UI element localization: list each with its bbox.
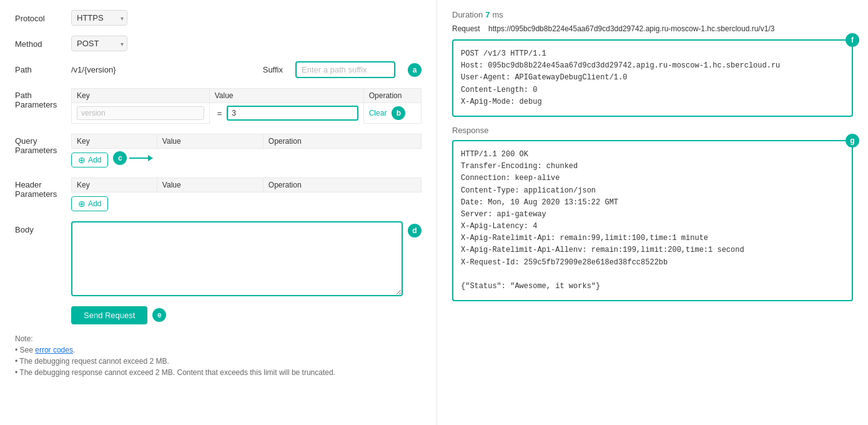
request-label: Request xyxy=(452,24,480,33)
protocol-content: HTTPS HTTP xyxy=(71,10,422,26)
left-panel: Protocol HTTPS HTTP Method POST GET PUT … xyxy=(0,0,437,425)
query-params-table: Key Value Operation xyxy=(71,134,422,149)
query-params-label: Query Parameters xyxy=(15,134,71,155)
badge-b: b xyxy=(392,106,405,120)
query-add-row: ⊕ Add c xyxy=(71,149,422,168)
send-spacer xyxy=(15,306,71,310)
note-3: • The debugging response cannot exceed 2… xyxy=(15,368,422,377)
note-title: Note: xyxy=(15,334,422,343)
path-param-key-cell xyxy=(72,103,210,124)
path-param-value-cell: = xyxy=(210,103,363,123)
path-inner-row: /v1/{version} Suffix a xyxy=(71,61,422,78)
request-url: https://095bc9db8b224e45aa67d9cd3dd29742… xyxy=(488,24,774,33)
eq-sign: = xyxy=(215,109,225,118)
protocol-select[interactable]: HTTPS HTTP xyxy=(71,10,127,26)
path-param-value-input[interactable] xyxy=(227,106,358,121)
send-content: Send Request e xyxy=(71,306,422,324)
badge-e: e xyxy=(152,308,166,322)
header-params-value-header: Value xyxy=(157,178,263,192)
duration-label: Duration xyxy=(452,10,483,19)
duration-value: 7 xyxy=(485,10,490,19)
right-panel: Duration 7 ms Request https://095bc9db8b… xyxy=(437,0,868,425)
header-add-button[interactable]: ⊕ Add xyxy=(71,196,108,211)
note-2: • The debugging request cannot exceed 2 … xyxy=(15,357,422,366)
path-params-value-header: Value xyxy=(209,89,363,103)
request-code-wrapper: POST /v1/3 HTTP/1.1 Host: 095bc9db8b224e… xyxy=(452,39,853,117)
header-add-row: ⊕ Add xyxy=(71,192,422,211)
query-params-key-header: Key xyxy=(72,134,157,148)
suffix-label: Suffix xyxy=(263,65,283,74)
header-params-content: Key Value Operation ⊕ Add xyxy=(71,178,422,211)
path-params-label: Path Parameters xyxy=(15,88,71,109)
request-url-row: Request https://095bc9db8b224e45aa67d9cd… xyxy=(452,24,853,33)
header-params-label: Header Parameters xyxy=(15,178,71,199)
notes-section: Note: • See error codes. • The debugging… xyxy=(15,334,422,377)
arrow-line-c xyxy=(129,158,148,159)
path-params-row-1: = Clear b xyxy=(72,103,422,124)
path-param-key-input[interactable] xyxy=(77,106,204,120)
header-params-table: Key Value Operation xyxy=(71,178,422,192)
badge-d: d xyxy=(408,224,422,238)
query-params-content: Key Value Operation ⊕ Add c xyxy=(71,134,422,168)
arrow-annotation-c xyxy=(129,155,153,161)
method-content: POST GET PUT DELETE xyxy=(71,36,422,51)
badge-f: f xyxy=(846,33,859,47)
duration-row: Duration 7 ms xyxy=(452,10,853,19)
note-1: • See error codes. xyxy=(15,346,422,354)
header-params-key-header: Key xyxy=(72,178,157,192)
protocol-row: Protocol HTTPS HTTP xyxy=(15,10,422,26)
response-label: Response xyxy=(452,126,853,135)
protocol-select-wrapper: HTTPS HTTP xyxy=(71,10,127,26)
method-select[interactable]: POST GET PUT DELETE xyxy=(71,36,127,51)
send-request-button[interactable]: Send Request xyxy=(71,306,147,324)
send-row: Send Request e xyxy=(15,306,422,324)
query-add-button[interactable]: ⊕ Add xyxy=(71,152,108,168)
method-row: Method POST GET PUT DELETE xyxy=(15,36,422,51)
header-params-op-header: Operation xyxy=(263,178,421,192)
method-label: Method xyxy=(15,36,71,49)
header-add-label: Add xyxy=(88,199,101,208)
path-row: Path /v1/{version} Suffix a xyxy=(15,61,422,78)
query-add-label: Add xyxy=(88,156,101,164)
response-code-wrapper: HTTP/1.1 200 OK Transfer-Encoding: chunk… xyxy=(452,140,853,301)
query-params-op-header: Operation xyxy=(263,134,421,148)
path-content: /v1/{version} Suffix a xyxy=(71,61,422,78)
request-code-box: POST /v1/3 HTTP/1.1 Host: 095bc9db8b224e… xyxy=(452,39,853,117)
body-row: Body d xyxy=(15,221,422,296)
plus-icon: ⊕ xyxy=(78,155,86,165)
path-param-op-cell: Clear b xyxy=(363,103,421,124)
query-params-row: Query Parameters Key Value Operation ⊕ A… xyxy=(15,134,422,168)
arrow-head-c xyxy=(148,155,153,161)
path-params-key-header: Key xyxy=(72,89,210,103)
method-select-wrapper: POST GET PUT DELETE xyxy=(71,36,127,51)
body-content: d xyxy=(71,221,422,296)
badge-a: a xyxy=(408,63,422,77)
response-code-box: HTTP/1.1 200 OK Transfer-Encoding: chunk… xyxy=(452,140,853,301)
body-textarea[interactable] xyxy=(71,221,403,296)
path-params-op-header: Operation xyxy=(363,89,421,103)
path-param-clear-button[interactable]: Clear xyxy=(369,109,387,118)
path-params-table: Key Value Operation = xyxy=(71,88,422,124)
plus-icon-header: ⊕ xyxy=(78,199,86,209)
header-params-row: Header Parameters Key Value Operation ⊕ … xyxy=(15,178,422,211)
badge-c: c xyxy=(113,151,127,165)
path-label: Path xyxy=(15,61,71,74)
path-value: /v1/{version} xyxy=(71,65,116,74)
path-params-row: Path Parameters Key Value Operation xyxy=(15,88,422,124)
protocol-label: Protocol xyxy=(15,10,71,23)
error-codes-link[interactable]: error codes xyxy=(35,346,73,354)
query-params-value-header: Value xyxy=(157,134,263,148)
duration-unit: ms xyxy=(492,10,503,19)
suffix-input[interactable] xyxy=(295,61,395,78)
badge-g: g xyxy=(846,134,859,148)
path-params-content: Key Value Operation = xyxy=(71,88,422,124)
body-label: Body xyxy=(15,221,71,234)
